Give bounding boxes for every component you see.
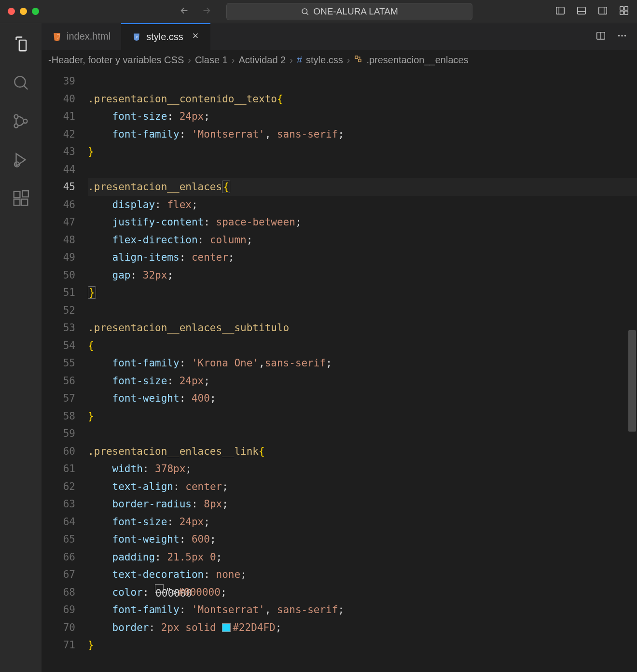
symbol-icon	[354, 55, 362, 66]
command-center[interactable]: ONE-ALURA LATAM	[226, 3, 472, 20]
code-line[interactable]: flex-direction: column;	[88, 231, 637, 249]
code-line[interactable]	[88, 161, 637, 179]
line-number: 68	[42, 584, 75, 602]
code-line[interactable]: }	[88, 284, 637, 302]
close-tab-button[interactable]	[191, 31, 200, 42]
vertical-scrollbar[interactable]	[628, 330, 636, 432]
code-line[interactable]: border: 2px solid #22D4FD;	[88, 619, 637, 637]
line-number: 63	[42, 495, 75, 513]
code-line[interactable]: }	[88, 407, 637, 425]
search-activity-icon[interactable]	[12, 73, 30, 92]
code-line[interactable]: align-items: center;	[88, 249, 637, 266]
code-line[interactable]: font-family: 'Krona One',sans-serif;	[88, 354, 637, 372]
line-number: 65	[42, 531, 75, 548]
more-actions-icon[interactable]	[617, 30, 627, 43]
titlebar: ONE-ALURA LATAM	[0, 0, 637, 23]
breadcrumb-part[interactable]: Clase 1	[195, 55, 228, 66]
chevron-right-icon: ›	[188, 55, 191, 66]
code-area[interactable]: 3940414243444546474849505152535455565758…	[42, 70, 637, 672]
run-debug-icon[interactable]	[12, 151, 30, 169]
svg-rect-15	[22, 199, 28, 206]
svg-rect-16	[22, 191, 28, 197]
tab-style-css[interactable]: # style.css	[121, 23, 210, 50]
code-line[interactable]	[88, 72, 637, 90]
close-window-button[interactable]	[8, 8, 15, 15]
code-line[interactable]: justify-content: space-between;	[88, 213, 637, 231]
svg-rect-22	[355, 56, 358, 58]
code-line[interactable]: gap: 32px;	[88, 266, 637, 284]
svg-rect-14	[14, 199, 20, 206]
tab-actions	[595, 23, 637, 50]
code-line[interactable]: font-size: 24px;	[88, 108, 637, 126]
window-controls	[8, 8, 39, 15]
code-line[interactable]: }	[88, 143, 637, 161]
tab-bar: index.html # style.css	[42, 23, 637, 50]
css-file-icon: #	[297, 55, 302, 66]
code-line[interactable]: display: flex;	[88, 196, 637, 214]
line-number: 44	[42, 161, 75, 179]
code-line[interactable]: text-decoration: none;	[88, 566, 637, 584]
svg-point-0	[302, 9, 307, 14]
extensions-icon[interactable]	[12, 189, 30, 208]
line-number: 61	[42, 460, 75, 478]
code-line[interactable]: border-radius: 8px;	[88, 495, 637, 513]
code-line[interactable]: text-align: center;	[88, 478, 637, 496]
code-line[interactable]: color: 000000">#000000;	[88, 584, 637, 602]
breadcrumb-part[interactable]: Actividad 2	[238, 55, 286, 66]
line-number: 70	[42, 619, 75, 637]
code-line[interactable]: padding: 21.5px 0;	[88, 548, 637, 566]
code-line[interactable]: .presentacion__enlaces{	[88, 178, 637, 196]
line-number: 41	[42, 108, 75, 126]
line-number: 58	[42, 407, 75, 425]
nav-arrows	[179, 5, 212, 18]
code-line[interactable]: .presentacion__enlaces__link{	[88, 443, 637, 461]
explorer-icon[interactable]	[12, 35, 30, 53]
line-number: 67	[42, 566, 75, 584]
nav-forward-button[interactable]	[201, 5, 212, 18]
code-line[interactable]: font-weight: 600;	[88, 531, 637, 548]
svg-rect-1	[556, 7, 565, 14]
nav-back-button[interactable]	[179, 5, 190, 18]
svg-rect-13	[14, 192, 20, 198]
code-line[interactable]: .presentacion__contenido__texto{	[88, 90, 637, 108]
breadcrumb-part[interactable]: -Header, footer y variables CSS	[48, 55, 184, 66]
command-center-text: ONE-ALURA LATAM	[313, 6, 398, 17]
line-number: 54	[42, 337, 75, 355]
code-line[interactable]: font-weight: 400;	[88, 390, 637, 407]
line-number: 50	[42, 266, 75, 284]
code-line[interactable]: .presentacion__enlaces__subtitulo	[88, 319, 637, 337]
code-line[interactable]: {	[88, 337, 637, 355]
line-number: 46	[42, 196, 75, 214]
tab-index-html[interactable]: index.html	[42, 23, 121, 50]
source-control-icon[interactable]	[12, 112, 30, 130]
code-line[interactable]: }	[88, 636, 637, 654]
code-line[interactable]: font-family: 'Montserrat', sans-serif;	[88, 126, 637, 143]
editor-area: index.html # style.css -Header, footer y…	[42, 23, 637, 672]
titlebar-right	[555, 5, 629, 18]
layout-panel-bottom-icon[interactable]	[576, 5, 587, 18]
code-line[interactable]: font-size: 24px;	[88, 372, 637, 390]
minimize-window-button[interactable]	[20, 8, 27, 15]
code-line[interactable]: width: 378px;	[88, 460, 637, 478]
line-number: 52	[42, 302, 75, 320]
breadcrumb[interactable]: -Header, footer y variables CSS › Clase …	[42, 50, 637, 70]
maximize-window-button[interactable]	[32, 8, 39, 15]
customize-layout-icon[interactable]	[619, 5, 629, 18]
code-line[interactable]: font-family: 'Montserrat', sans-serif;	[88, 601, 637, 619]
line-number: 42	[42, 126, 75, 143]
code-content[interactable]: .presentacion__contenido__texto{ font-si…	[88, 70, 637, 672]
code-line[interactable]	[88, 302, 637, 320]
split-editor-icon[interactable]	[595, 30, 606, 43]
breadcrumb-symbol[interactable]: .presentacion__enlaces	[366, 55, 468, 66]
layout-sidebar-right-icon[interactable]	[597, 5, 608, 18]
layout-sidebar-left-icon[interactable]	[555, 5, 566, 18]
tab-label: style.css	[146, 31, 183, 42]
code-line[interactable]	[88, 425, 637, 443]
line-number: 43	[42, 143, 75, 161]
code-line[interactable]: font-size: 24px;	[88, 513, 637, 531]
line-number: 40	[42, 90, 75, 108]
breadcrumb-file[interactable]: style.css	[306, 55, 343, 66]
html-file-icon	[52, 32, 62, 42]
line-number: 71	[42, 636, 75, 654]
line-number: 59	[42, 425, 75, 443]
